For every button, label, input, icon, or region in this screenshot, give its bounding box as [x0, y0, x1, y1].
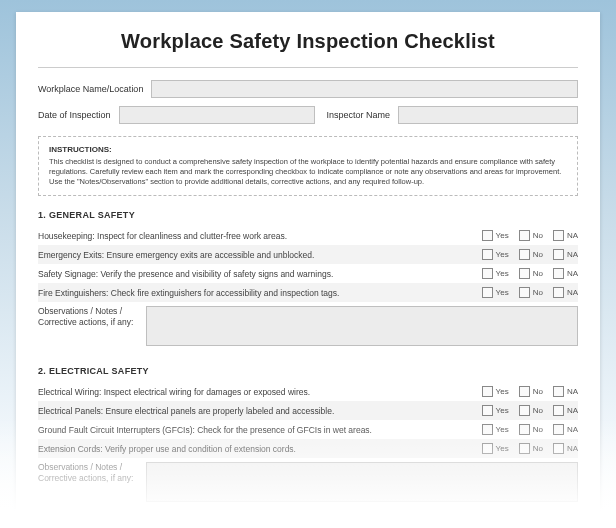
section-title: 1. GENERAL SAFETY [38, 210, 578, 220]
checkbox-no[interactable] [519, 386, 530, 397]
checklist-item-row: Electrical Wiring: Inspect electrical wi… [38, 382, 578, 401]
checkbox-na[interactable] [553, 268, 564, 279]
check-no[interactable]: No [519, 249, 543, 260]
checkbox-yes[interactable] [482, 424, 493, 435]
sections-container: 1. GENERAL SAFETYHousekeeping: Inspect f… [38, 210, 578, 502]
check-label-na: NA [567, 269, 578, 278]
workplace-label: Workplace Name/Location [38, 84, 143, 94]
check-no[interactable]: No [519, 287, 543, 298]
checklist-item-row: Safety Signage: Verify the presence and … [38, 264, 578, 283]
check-label-no: No [533, 387, 543, 396]
check-label-na: NA [567, 250, 578, 259]
checklist-item-text: Emergency Exits: Ensure emergency exits … [38, 250, 482, 260]
checkbox-no[interactable] [519, 268, 530, 279]
check-na[interactable]: NA [553, 268, 578, 279]
check-yes[interactable]: Yes [482, 443, 509, 454]
check-yes[interactable]: Yes [482, 287, 509, 298]
check-label-yes: Yes [496, 288, 509, 297]
check-yes[interactable]: Yes [482, 230, 509, 241]
check-label-na: NA [567, 387, 578, 396]
check-na[interactable]: NA [553, 287, 578, 298]
check-label-no: No [533, 406, 543, 415]
checkbox-yes[interactable] [482, 268, 493, 279]
check-label-yes: Yes [496, 425, 509, 434]
checkbox-na[interactable] [553, 287, 564, 298]
check-yes[interactable]: Yes [482, 249, 509, 260]
section: 2. ELECTRICAL SAFETYElectrical Wiring: I… [38, 366, 578, 502]
check-label-no: No [533, 269, 543, 278]
checklist-item-text: Electrical Wiring: Inspect electrical wi… [38, 387, 482, 397]
checkbox-no[interactable] [519, 287, 530, 298]
notes-label: Observations / Notes / Corrective action… [38, 462, 138, 484]
check-label-na: NA [567, 406, 578, 415]
check-yes[interactable]: Yes [482, 405, 509, 416]
check-label-no: No [533, 250, 543, 259]
checkbox-no[interactable] [519, 443, 530, 454]
check-no[interactable]: No [519, 443, 543, 454]
checkbox-na[interactable] [553, 230, 564, 241]
checklist-item-checks: YesNoNA [482, 249, 578, 260]
checkbox-na[interactable] [553, 443, 564, 454]
checklist-item-checks: YesNoNA [482, 424, 578, 435]
checkbox-no[interactable] [519, 405, 530, 416]
divider [38, 67, 578, 68]
date-input[interactable] [119, 106, 315, 124]
check-label-yes: Yes [496, 387, 509, 396]
check-no[interactable]: No [519, 230, 543, 241]
check-label-na: NA [567, 425, 578, 434]
checkbox-no[interactable] [519, 230, 530, 241]
check-no[interactable]: No [519, 386, 543, 397]
notes-textarea[interactable] [146, 306, 578, 346]
checklist-item-row: Electrical Panels: Ensure electrical pan… [38, 401, 578, 420]
checkbox-no[interactable] [519, 424, 530, 435]
check-na[interactable]: NA [553, 424, 578, 435]
check-no[interactable]: No [519, 405, 543, 416]
workplace-input[interactable] [151, 80, 578, 98]
instructions-box: INSTRUCTIONS: This checklist is designed… [38, 136, 578, 196]
instructions-body: This checklist is designed to conduct a … [49, 157, 567, 187]
check-na[interactable]: NA [553, 249, 578, 260]
check-na[interactable]: NA [553, 405, 578, 416]
checkbox-yes[interactable] [482, 443, 493, 454]
check-na[interactable]: NA [553, 230, 578, 241]
check-label-no: No [533, 288, 543, 297]
checkbox-na[interactable] [553, 424, 564, 435]
check-no[interactable]: No [519, 268, 543, 279]
check-label-yes: Yes [496, 250, 509, 259]
checklist-item-checks: YesNoNA [482, 230, 578, 241]
checkbox-na[interactable] [553, 386, 564, 397]
notes-row: Observations / Notes / Corrective action… [38, 462, 578, 502]
checklist-item-checks: YesNoNA [482, 287, 578, 298]
check-label-no: No [533, 425, 543, 434]
checkbox-na[interactable] [553, 405, 564, 416]
inspector-label: Inspector Name [327, 110, 391, 120]
checklist-item-text: Ground Fault Circuit Interrupters (GFCIs… [38, 425, 482, 435]
checklist-item-checks: YesNoNA [482, 405, 578, 416]
checkbox-yes[interactable] [482, 287, 493, 298]
check-no[interactable]: No [519, 424, 543, 435]
checklist-item-checks: YesNoNA [482, 268, 578, 279]
check-yes[interactable]: Yes [482, 268, 509, 279]
checklist-item-row: Emergency Exits: Ensure emergency exits … [38, 245, 578, 264]
checkbox-no[interactable] [519, 249, 530, 260]
check-label-yes: Yes [496, 231, 509, 240]
check-yes[interactable]: Yes [482, 424, 509, 435]
check-na[interactable]: NA [553, 443, 578, 454]
notes-textarea[interactable] [146, 462, 578, 502]
checklist-item-row: Extension Cords: Verify proper use and c… [38, 439, 578, 458]
checkbox-na[interactable] [553, 249, 564, 260]
check-label-na: NA [567, 231, 578, 240]
checkbox-yes[interactable] [482, 405, 493, 416]
checklist-item-text: Electrical Panels: Ensure electrical pan… [38, 406, 482, 416]
check-label-yes: Yes [496, 269, 509, 278]
check-yes[interactable]: Yes [482, 386, 509, 397]
checklist-item-text: Extension Cords: Verify proper use and c… [38, 444, 482, 454]
checkbox-yes[interactable] [482, 230, 493, 241]
check-na[interactable]: NA [553, 386, 578, 397]
page-title: Workplace Safety Inspection Checklist [38, 30, 578, 53]
checklist-item-text: Safety Signage: Verify the presence and … [38, 269, 482, 279]
inspector-input[interactable] [398, 106, 578, 124]
checklist-item-row: Fire Extinguishers: Check fire extinguis… [38, 283, 578, 302]
checkbox-yes[interactable] [482, 249, 493, 260]
checkbox-yes[interactable] [482, 386, 493, 397]
